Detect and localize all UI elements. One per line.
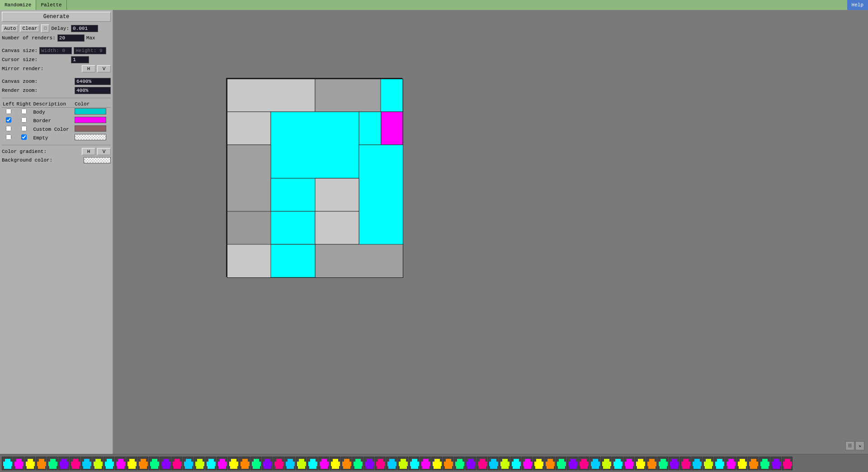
expand-icon[interactable]: ⇲ [855, 441, 864, 450]
list-item[interactable] [70, 457, 80, 470]
list-item[interactable] [431, 457, 442, 470]
list-item[interactable] [318, 457, 329, 470]
list-item[interactable] [578, 457, 589, 470]
border-right-check[interactable] [21, 117, 27, 123]
list-item[interactable] [544, 457, 555, 470]
list-item[interactable] [47, 457, 58, 470]
list-item[interactable] [556, 457, 566, 470]
list-item[interactable] [669, 457, 679, 470]
list-item[interactable] [24, 457, 35, 470]
list-item[interactable] [703, 457, 713, 470]
list-item[interactable] [160, 457, 171, 470]
auto-button[interactable]: Auto [2, 25, 18, 32]
list-item[interactable] [691, 457, 702, 470]
list-item[interactable] [228, 457, 239, 470]
list-item[interactable] [409, 457, 420, 470]
sprite-canvas[interactable] [226, 78, 402, 277]
list-item[interactable] [81, 457, 92, 470]
list-item[interactable] [183, 457, 193, 470]
list-item[interactable] [386, 457, 397, 470]
list-item[interactable] [782, 457, 793, 470]
list-item[interactable] [115, 457, 126, 470]
body-left-check[interactable] [6, 109, 11, 114]
list-item[interactable] [284, 457, 295, 470]
list-item[interactable] [770, 457, 781, 470]
list-item[interactable] [149, 457, 160, 470]
custom-left-check[interactable] [6, 126, 11, 131]
generate-button[interactable]: Generate [2, 12, 111, 22]
list-item[interactable] [13, 457, 24, 470]
list-item[interactable] [341, 457, 352, 470]
list-item[interactable] [205, 457, 216, 470]
list-item[interactable] [104, 457, 114, 470]
list-item[interactable] [273, 457, 284, 470]
list-item[interactable] [443, 457, 453, 470]
render-zoom-input[interactable] [75, 87, 111, 94]
gradient-h-button[interactable]: H [82, 148, 95, 155]
body-swatch[interactable] [75, 108, 106, 114]
list-item[interactable] [488, 457, 499, 470]
refresh-icon[interactable]: □ [41, 24, 49, 33]
list-item[interactable] [465, 457, 476, 470]
cursor-size-input[interactable] [71, 56, 89, 63]
empty-swatch[interactable] [75, 134, 106, 140]
list-item[interactable] [522, 457, 533, 470]
list-item[interactable] [352, 457, 363, 470]
list-item[interactable] [759, 457, 770, 470]
tab-randomize[interactable]: Randomize [0, 0, 36, 10]
renders-input[interactable] [57, 34, 85, 42]
mirror-h-button[interactable]: H [82, 65, 95, 72]
list-item[interactable] [58, 457, 69, 470]
list-item[interactable] [171, 457, 182, 470]
canvas-zoom-input[interactable] [75, 78, 111, 85]
list-item[interactable] [454, 457, 465, 470]
list-item[interactable] [92, 457, 103, 470]
list-item[interactable] [680, 457, 691, 470]
canvas-height-input[interactable] [74, 47, 106, 54]
list-item[interactable] [635, 457, 646, 470]
list-item[interactable] [36, 457, 47, 470]
clear-button[interactable]: Clear [20, 25, 39, 32]
list-item[interactable] [590, 457, 600, 470]
help-button[interactable]: Help [847, 0, 868, 10]
list-item[interactable] [262, 457, 273, 470]
list-item[interactable] [736, 457, 747, 470]
empty-right-check[interactable] [21, 134, 27, 140]
list-item[interactable] [307, 457, 318, 470]
list-item[interactable] [499, 457, 510, 470]
list-item[interactable] [714, 457, 725, 470]
border-left-check[interactable] [6, 117, 11, 123]
list-item[interactable] [476, 457, 487, 470]
list-item[interactable] [567, 457, 578, 470]
tab-palette[interactable]: Palette [36, 0, 66, 10]
list-item[interactable] [601, 457, 612, 470]
custom-swatch[interactable] [75, 125, 106, 132]
list-item[interactable] [296, 457, 307, 470]
list-item[interactable] [375, 457, 386, 470]
delay-input[interactable] [71, 25, 98, 32]
body-right-check[interactable] [21, 109, 27, 114]
list-item[interactable] [363, 457, 374, 470]
list-item[interactable] [748, 457, 759, 470]
mirror-v-button[interactable]: V [97, 65, 111, 72]
list-item[interactable] [217, 457, 227, 470]
list-item[interactable] [194, 457, 205, 470]
bg-color-swatch[interactable] [84, 157, 111, 163]
border-swatch[interactable] [75, 117, 106, 123]
list-item[interactable] [397, 457, 408, 470]
canvas-area[interactable]: ☷ ⇲ [113, 10, 868, 454]
list-item[interactable] [239, 457, 250, 470]
list-item[interactable] [137, 457, 148, 470]
custom-right-check[interactable] [21, 126, 27, 131]
list-item[interactable] [330, 457, 340, 470]
gradient-v-button[interactable]: V [97, 148, 111, 155]
list-item[interactable] [2, 457, 13, 470]
list-item[interactable] [612, 457, 623, 470]
list-item[interactable] [646, 457, 657, 470]
grid-icon[interactable]: ☷ [845, 441, 854, 450]
canvas-width-input[interactable] [39, 47, 72, 54]
list-item[interactable] [250, 457, 261, 470]
list-item[interactable] [533, 457, 544, 470]
list-item[interactable] [623, 457, 634, 470]
list-item[interactable] [725, 457, 736, 470]
